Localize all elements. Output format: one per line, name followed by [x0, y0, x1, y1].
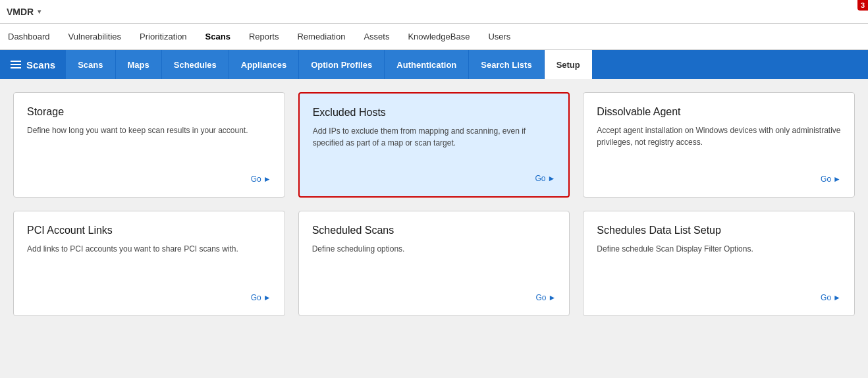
sub-nav-title: Scans — [0, 50, 66, 79]
go-arrow-icon: ► — [548, 293, 556, 302]
card-excluded-hosts: Excluded Hosts Add IPs to exclude them f… — [298, 92, 570, 198]
top-bar: VMDR ▾ 3 — [0, 0, 868, 24]
nav-item-assets[interactable]: Assets — [362, 26, 391, 47]
go-arrow-icon: ► — [547, 174, 555, 183]
card-dissolvable-agent-go[interactable]: Go ► — [597, 175, 841, 184]
card-storage: Storage Define how long you want to keep… — [13, 92, 285, 198]
tab-appliances[interactable]: Appliances — [229, 50, 299, 79]
tab-setup[interactable]: Setup — [545, 50, 593, 79]
card-dissolvable-agent-desc: Accept agent installation on Windows dev… — [597, 124, 841, 165]
card-pci-go[interactable]: Go ► — [27, 293, 271, 302]
menu-line-2 — [11, 64, 21, 65]
nav-item-knowledgebase[interactable]: KnowledgeBase — [406, 26, 471, 47]
card-storage-desc: Define how long you want to keep scan re… — [27, 124, 271, 165]
nav-item-vulnerabilities[interactable]: Vulnerabilities — [67, 26, 122, 47]
card-scheduled-scans-desc: Define scheduling options. — [312, 243, 556, 284]
card-pci-desc: Add links to PCI accounts you want to sh… — [27, 243, 271, 284]
nav-item-reports[interactable]: Reports — [248, 26, 281, 47]
tab-schedules[interactable]: Schedules — [162, 50, 229, 79]
go-arrow-icon: ► — [833, 293, 841, 302]
go-arrow-icon: ► — [263, 175, 271, 184]
card-scheduled-scans-title: Scheduled Scans — [312, 225, 556, 236]
sub-nav-tabs: Scans Maps Schedules Appliances Option P… — [66, 50, 593, 79]
app-logo[interactable]: VMDR ▾ — [7, 7, 41, 17]
menu-line-1 — [11, 61, 21, 62]
card-storage-title: Storage — [27, 106, 271, 118]
app-name: VMDR — [7, 7, 34, 17]
card-schedules-data-list-go[interactable]: Go ► — [597, 293, 841, 302]
card-storage-go[interactable]: Go ► — [27, 175, 271, 184]
card-dissolvable-agent: Dissolvable Agent Accept agent installat… — [583, 92, 855, 198]
tab-option-profiles[interactable]: Option Profiles — [299, 50, 385, 79]
card-schedules-data-list-title: Schedules Data List Setup — [597, 225, 841, 236]
card-schedules-data-list: Schedules Data List Setup Define schedul… — [583, 211, 855, 316]
tab-scans[interactable]: Scans — [66, 50, 115, 79]
nav-item-users[interactable]: Users — [487, 26, 512, 47]
menu-line-3 — [11, 67, 21, 68]
tab-search-lists[interactable]: Search Lists — [469, 50, 544, 79]
nav-item-dashboard[interactable]: Dashboard — [7, 26, 51, 47]
nav-item-scans[interactable]: Scans — [204, 26, 232, 47]
sub-nav-heading: Scans — [26, 59, 55, 70]
card-dissolvable-agent-title: Dissolvable Agent — [597, 106, 841, 118]
go-arrow-icon: ► — [833, 175, 841, 184]
card-scheduled-scans-go[interactable]: Go ► — [312, 293, 556, 302]
card-excluded-hosts-desc: Add IPs to exclude them from mapping and… — [313, 125, 556, 165]
menu-icon — [11, 61, 21, 68]
chevron-down-icon: ▾ — [38, 8, 41, 15]
sub-nav: Scans Scans Maps Schedules Appliances Op… — [0, 50, 868, 79]
card-excluded-hosts-title: Excluded Hosts — [313, 107, 556, 119]
card-schedules-data-list-desc: Define schedule Scan Display Filter Opti… — [597, 243, 841, 284]
card-scheduled-scans: Scheduled Scans Define scheduling option… — [298, 211, 570, 316]
card-excluded-hosts-go[interactable]: Go ► — [313, 174, 556, 183]
tab-authentication[interactable]: Authentication — [385, 50, 469, 79]
go-arrow-icon: ► — [263, 293, 271, 302]
card-pci-account-links: PCI Account Links Add links to PCI accou… — [13, 211, 285, 316]
card-grid: Storage Define how long you want to keep… — [13, 92, 855, 316]
tab-maps[interactable]: Maps — [116, 50, 162, 79]
nav-item-prioritization[interactable]: Prioritization — [138, 26, 188, 47]
main-nav: Dashboard Vulnerabilities Prioritization… — [0, 24, 868, 50]
notification-badge[interactable]: 3 — [857, 0, 868, 11]
card-pci-title: PCI Account Links — [27, 225, 271, 236]
nav-item-remediation[interactable]: Remediation — [296, 26, 346, 47]
content-area: Storage Define how long you want to keep… — [0, 79, 868, 378]
